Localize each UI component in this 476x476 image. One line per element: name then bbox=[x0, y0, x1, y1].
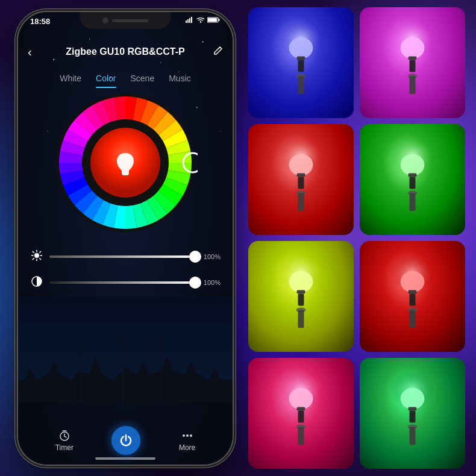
status-icons bbox=[186, 17, 221, 23]
color-tile-pink[interactable] bbox=[248, 358, 354, 469]
power-button[interactable] bbox=[111, 426, 140, 455]
svg-rect-52 bbox=[410, 60, 416, 72]
edit-icon bbox=[213, 46, 223, 55]
svg-line-33 bbox=[33, 258, 34, 260]
svg-rect-81 bbox=[297, 407, 305, 411]
tab-white[interactable]: White bbox=[60, 71, 81, 86]
phone-notch bbox=[80, 12, 171, 29]
svg-rect-84 bbox=[298, 427, 304, 445]
brightness-row: 100% bbox=[30, 250, 221, 263]
svg-rect-66 bbox=[410, 193, 416, 211]
brightness-icon bbox=[30, 250, 43, 263]
svg-rect-58 bbox=[298, 177, 304, 189]
svg-rect-37 bbox=[81, 344, 82, 404]
contrast-track[interactable] bbox=[49, 281, 195, 284]
svg-point-74 bbox=[401, 271, 425, 293]
svg-rect-70 bbox=[298, 294, 304, 306]
svg-rect-90 bbox=[410, 427, 416, 445]
timer-label: Timer bbox=[55, 443, 74, 452]
svg-rect-48 bbox=[298, 76, 304, 94]
svg-rect-54 bbox=[410, 76, 416, 94]
svg-point-40 bbox=[183, 434, 185, 437]
svg-rect-23 bbox=[123, 174, 128, 175]
edit-button[interactable] bbox=[213, 46, 223, 58]
svg-rect-46 bbox=[298, 60, 304, 72]
svg-rect-69 bbox=[297, 290, 305, 294]
svg-point-10 bbox=[221, 131, 221, 131]
svg-point-68 bbox=[289, 271, 313, 293]
svg-rect-15 bbox=[191, 17, 192, 23]
svg-rect-57 bbox=[297, 174, 305, 177]
signal-icon bbox=[186, 17, 194, 23]
more-button[interactable]: More bbox=[179, 430, 195, 452]
svg-rect-36 bbox=[122, 332, 124, 404]
svg-rect-51 bbox=[409, 57, 417, 60]
svg-point-86 bbox=[401, 388, 425, 410]
color-tile-yellow[interactable] bbox=[248, 241, 354, 352]
timer-button[interactable]: Timer bbox=[55, 430, 74, 452]
tab-music[interactable]: Music bbox=[169, 71, 191, 86]
bottom-bar: Timer More bbox=[18, 416, 233, 465]
svg-rect-18 bbox=[208, 18, 217, 22]
svg-rect-45 bbox=[297, 57, 305, 60]
contrast-value: 100% bbox=[201, 279, 221, 286]
svg-point-25 bbox=[34, 253, 39, 258]
brightness-track[interactable] bbox=[49, 255, 195, 258]
sliders-section: 100% 100% bbox=[30, 250, 221, 302]
color-tile-purple[interactable] bbox=[360, 7, 465, 118]
brightness-value: 100% bbox=[201, 253, 221, 260]
color-tile-darkgreen[interactable] bbox=[360, 358, 465, 469]
wifi-icon bbox=[196, 17, 205, 23]
color-tile-darkred[interactable] bbox=[360, 241, 465, 352]
tab-color[interactable]: Color bbox=[96, 71, 116, 86]
tab-scene[interactable]: Scene bbox=[131, 71, 155, 86]
svg-rect-13 bbox=[187, 19, 189, 23]
phone-frame: 18:58 bbox=[17, 11, 234, 466]
more-label: More bbox=[179, 443, 195, 452]
svg-point-62 bbox=[401, 154, 425, 176]
svg-point-41 bbox=[186, 434, 189, 437]
svg-rect-17 bbox=[219, 19, 220, 21]
color-tile-blue[interactable] bbox=[248, 7, 354, 118]
svg-rect-64 bbox=[410, 177, 416, 189]
scene-background bbox=[18, 284, 233, 416]
svg-rect-38 bbox=[161, 338, 162, 404]
svg-rect-12 bbox=[186, 20, 187, 23]
svg-rect-72 bbox=[298, 310, 304, 328]
battery-icon bbox=[207, 17, 221, 23]
camera bbox=[102, 17, 108, 23]
status-time: 18:58 bbox=[30, 17, 50, 26]
svg-line-30 bbox=[33, 251, 34, 252]
svg-rect-14 bbox=[189, 18, 190, 23]
color-tile-green[interactable] bbox=[360, 124, 465, 235]
svg-point-80 bbox=[289, 388, 313, 410]
svg-rect-60 bbox=[298, 193, 304, 211]
svg-line-32 bbox=[40, 251, 41, 252]
svg-rect-78 bbox=[410, 310, 416, 328]
back-button[interactable]: ‹ bbox=[28, 45, 32, 59]
svg-rect-87 bbox=[409, 407, 417, 411]
color-wheel[interactable] bbox=[53, 90, 198, 235]
svg-point-56 bbox=[289, 154, 313, 176]
speaker bbox=[112, 19, 148, 22]
svg-rect-75 bbox=[409, 290, 417, 294]
page-title: Zigbee GU10 RGB&CCT-P bbox=[66, 46, 184, 57]
color-grid bbox=[248, 7, 465, 469]
svg-point-8 bbox=[48, 131, 48, 131]
contrast-icon bbox=[30, 276, 43, 289]
scene-silhouette bbox=[18, 284, 233, 416]
nav-header: ‹ Zigbee GU10 RGB&CCT-P bbox=[18, 39, 233, 65]
contrast-row: 100% bbox=[30, 276, 221, 289]
svg-rect-82 bbox=[298, 411, 304, 423]
svg-point-42 bbox=[190, 434, 192, 437]
svg-point-50 bbox=[401, 37, 425, 59]
svg-rect-88 bbox=[410, 411, 416, 423]
svg-rect-63 bbox=[409, 174, 417, 177]
phone-screen: 18:58 bbox=[18, 12, 233, 465]
svg-rect-76 bbox=[410, 294, 416, 306]
svg-line-31 bbox=[40, 258, 41, 260]
tab-bar: White Color Scene Music bbox=[18, 67, 233, 89]
svg-point-44 bbox=[289, 37, 313, 59]
color-tile-red[interactable] bbox=[248, 124, 354, 235]
